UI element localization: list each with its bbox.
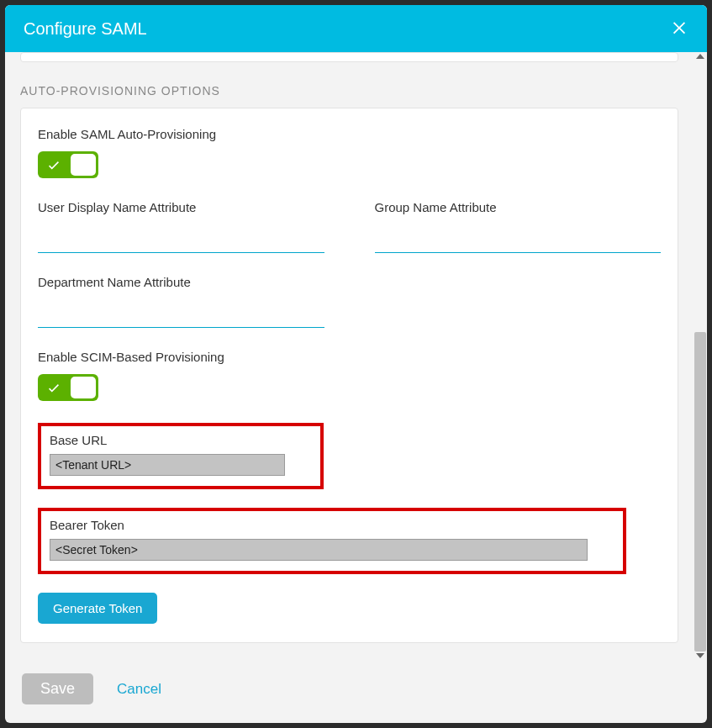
check-icon	[46, 380, 61, 398]
modal-header: Configure SAML	[5, 5, 707, 52]
attribute-row-2: Department Name Attribute	[38, 275, 661, 328]
autoprovisioning-card: Enable SAML Auto-Provisioning User Displ…	[20, 108, 678, 643]
base-url-label: Base URL	[50, 433, 312, 447]
modal-title: Configure SAML	[24, 19, 147, 39]
scrollbar-thumb[interactable]	[694, 332, 706, 652]
toggle-knob	[71, 154, 96, 176]
group-name-input[interactable]	[375, 224, 662, 253]
user-display-col: User Display Name Attribute	[38, 200, 324, 253]
scrollbar-down-icon[interactable]	[696, 653, 704, 658]
scrollbar[interactable]	[694, 52, 707, 660]
user-display-input[interactable]	[38, 224, 324, 253]
bearer-token-value[interactable]	[50, 539, 588, 561]
cancel-link[interactable]: Cancel	[117, 681, 161, 698]
enable-scim-block: Enable SCIM-Based Provisioning	[38, 350, 661, 401]
previous-card-edge	[20, 52, 678, 62]
save-button[interactable]: Save	[22, 673, 93, 704]
group-name-label: Group Name Attribute	[375, 200, 662, 214]
toggle-knob	[71, 377, 96, 398]
bearer-token-callout: Bearer Token	[38, 508, 626, 574]
enable-saml-toggle[interactable]	[38, 151, 98, 178]
group-name-col: Group Name Attribute	[375, 200, 662, 253]
enable-saml-block: Enable SAML Auto-Provisioning	[38, 127, 661, 178]
generate-token-button[interactable]: Generate Token	[38, 593, 157, 624]
scrollbar-up-icon[interactable]	[696, 54, 704, 59]
configure-saml-modal: Configure SAML AUTO-PROVISIONING OPTIONS…	[5, 5, 707, 723]
department-col: Department Name Attribute	[38, 275, 324, 328]
user-display-label: User Display Name Attribute	[38, 200, 324, 214]
scroll-body: AUTO-PROVISIONING OPTIONS Enable SAML Au…	[5, 52, 694, 660]
close-icon[interactable]	[670, 18, 688, 40]
department-label: Department Name Attribute	[38, 275, 324, 289]
bearer-token-label: Bearer Token	[50, 518, 614, 532]
attribute-row-1: User Display Name Attribute Group Name A…	[38, 200, 661, 253]
empty-col	[375, 275, 662, 328]
enable-saml-label: Enable SAML Auto-Provisioning	[38, 127, 661, 141]
enable-scim-label: Enable SCIM-Based Provisioning	[38, 350, 661, 364]
modal-footer: Save Cancel	[5, 660, 707, 723]
base-url-callout: Base URL	[38, 423, 324, 489]
enable-scim-toggle[interactable]	[38, 374, 98, 401]
scroll-area: AUTO-PROVISIONING OPTIONS Enable SAML Au…	[5, 52, 707, 660]
base-url-value[interactable]	[50, 454, 285, 476]
check-icon	[46, 157, 61, 176]
section-heading: AUTO-PROVISIONING OPTIONS	[20, 84, 678, 98]
department-input[interactable]	[38, 299, 324, 328]
